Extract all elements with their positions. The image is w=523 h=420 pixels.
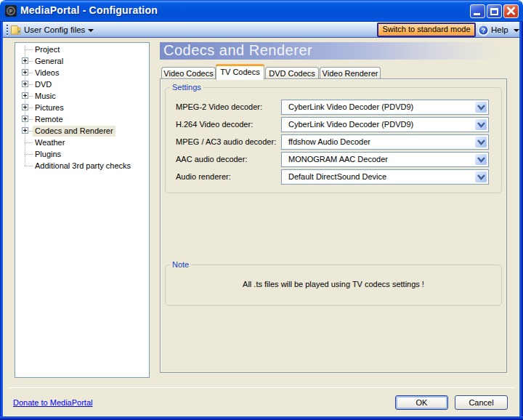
svg-text:?: ? [482,26,486,34]
svg-text:P: P [9,9,13,14]
